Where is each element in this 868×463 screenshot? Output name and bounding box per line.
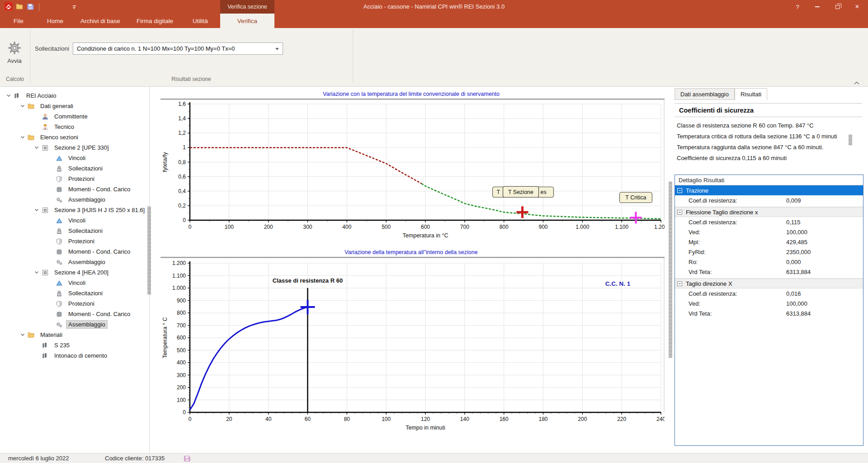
tree-item-materiali[interactable]: Materiali (0, 330, 64, 340)
tree-item-protezioni[interactable]: Protezioni (0, 174, 96, 184)
tree-item-sezione-4-hea-200[interactable]: Sezione 4 [HEA 200] (0, 267, 110, 278)
tree-item-sollecitazioni[interactable]: KGSollecitazioni (0, 288, 104, 298)
summary-line: Classe di resistenza sezione R 60 con Te… (677, 122, 862, 129)
load-condition-combobox[interactable]: Condizione di carico n. 1 N=100 Mx=100 T… (73, 43, 283, 55)
chevron-down-icon[interactable] (33, 146, 41, 149)
svg-text:0: 0 (183, 217, 186, 223)
detail-group-header[interactable]: Trazione (675, 185, 863, 195)
chevron-down-icon[interactable] (19, 136, 27, 139)
ribbon-content: Avvia Sollecitazioni Condizione di caric… (0, 28, 868, 87)
detail-row[interactable]: Vrd Teta:6313,884 (675, 308, 863, 318)
tree-item-vincoli[interactable]: Vincoli (0, 153, 87, 163)
detail-row[interactable]: Ved:100,000 (675, 298, 863, 308)
svg-text:KG: KG (58, 231, 61, 233)
tree-item-label: Momenti - Cond. Carico (66, 248, 132, 255)
open-file-icon[interactable] (15, 3, 24, 12)
collapse-minus-icon[interactable] (677, 210, 682, 215)
detail-results-box: Dettaglio Risultati TrazioneCoef.di resi… (675, 175, 863, 446)
shield-icon (55, 175, 64, 183)
help-button[interactable]: ? (788, 0, 807, 14)
detail-results-title: Dettaglio Risultati (675, 175, 863, 185)
tree-item-assemblaggio[interactable]: Assemblaggio (0, 194, 107, 205)
detail-row-value: 0,016 (786, 290, 801, 297)
status-save-icon[interactable] (184, 455, 191, 463)
tree-item-label: Protezioni (66, 300, 96, 307)
section-icon (41, 207, 50, 214)
detail-row[interactable]: Mpl:429,485 (675, 237, 863, 247)
tree-item-tecnico[interactable]: Tecnico (0, 122, 76, 132)
tree-item-protezioni[interactable]: Protezioni (0, 236, 96, 246)
ribbon-tab-home[interactable]: Home (44, 14, 66, 28)
tree-item-vincoli[interactable]: Vincoli (0, 278, 87, 288)
tree-item-label: Tecnico (52, 123, 76, 131)
tree-item-momenti-cond-carico[interactable]: Momenti - Cond. Carico (0, 309, 132, 319)
svg-text:100: 100 (225, 224, 234, 230)
tree-item-momenti-cond-carico[interactable]: Momenti - Cond. Carico (0, 246, 132, 257)
detail-row[interactable]: Ved:100,000 (675, 227, 863, 237)
load-condition-value: Condizione di carico n. 1 N=100 Mx=100 T… (77, 45, 235, 52)
tree-item-intonaco-di-cemento[interactable]: Intonaco di cemento (0, 350, 109, 361)
detail-group-header[interactable]: Taglio direzione X (675, 279, 863, 288)
combo-dropdown-arrow-icon[interactable] (275, 48, 279, 50)
restore-button[interactable] (827, 0, 847, 14)
detail-row[interactable]: Coef.di resistenza:0,016 (675, 288, 863, 298)
tree-item-assemblaggio[interactable]: Assemblaggio (0, 257, 107, 267)
detail-row[interactable]: Coef.di resistenza:0,009 (675, 195, 863, 205)
chevron-down-icon[interactable] (33, 208, 41, 212)
collapse-ribbon-icon[interactable] (854, 79, 860, 87)
detail-row[interactable]: FyRid:2350,000 (675, 247, 863, 257)
title-bar: Acciaio - cassone - Namirial CPI win® RE… (0, 0, 868, 14)
panel-grip[interactable] (849, 135, 852, 146)
detail-row[interactable]: Vrd Teta:6313,884 (675, 267, 863, 277)
results-panel-tabs: Dati assemblaggioRisultati (675, 88, 767, 100)
left-splitter-grip[interactable] (147, 207, 151, 295)
ribbon-tab-utilit-[interactable]: Utilità (190, 14, 211, 28)
results-tab-dati-assemblaggio[interactable]: Dati assemblaggio (675, 88, 735, 100)
qat-customize-icon[interactable] (71, 5, 77, 10)
collapse-minus-icon[interactable] (677, 281, 682, 286)
tree-item-dati-generali[interactable]: Dati generali (0, 101, 75, 111)
detail-row[interactable]: Coef.di resistenza:0,115 (675, 217, 863, 227)
minimize-button[interactable] (807, 0, 827, 14)
tree-item-sollecitazioni[interactable]: KGSollecitazioni (0, 226, 104, 236)
collapse-minus-icon[interactable] (677, 188, 682, 193)
tree-item-protezioni[interactable]: Protezioni (0, 298, 96, 309)
tree-item-vincoli[interactable]: Vincoli (0, 215, 87, 226)
svg-text:0,2: 0,2 (178, 203, 186, 209)
tree-item-sezione-3-hjis-h-j-is-250-x-81-6[interactable]: Sezione 3 [HJIS H J IS 250 x 81.6] (0, 205, 146, 215)
ribbon-tab-archivi-di-base[interactable]: Archivi di base (78, 14, 123, 28)
detail-group-header[interactable]: Flessione Taglio direzione x (675, 207, 863, 217)
beam-icon (41, 352, 50, 359)
svg-text:1,2: 1,2 (178, 130, 186, 136)
ribbon-tab-verifica[interactable]: Verifica (220, 14, 274, 28)
shield-icon (55, 300, 64, 307)
chevron-down-icon[interactable] (33, 271, 41, 274)
ribbon-tab-file[interactable]: File (11, 14, 26, 28)
ribbon-tab-firma-digitale[interactable]: Firma digitale (134, 14, 176, 28)
tree-item-sezione-2-upe-330[interactable]: Sezione 2 [UPE 330] (0, 142, 111, 153)
tree-item-assemblaggio[interactable]: Assemblaggio (0, 319, 107, 330)
contextual-tab-group-label: Verifica sezione (220, 0, 274, 14)
tree-item-sollecitazioni[interactable]: KGSollecitazioni (0, 163, 104, 174)
detail-row[interactable]: Ro:0,000 (675, 257, 863, 267)
tree-item-label: Protezioni (66, 175, 96, 183)
tree-item-s-235[interactable]: S 235 (0, 340, 71, 350)
close-button[interactable]: × (847, 0, 867, 14)
results-tab-risultati[interactable]: Risultati (735, 88, 767, 100)
tree-item-committente[interactable]: Committente (0, 111, 90, 122)
svg-text:1: 1 (183, 144, 186, 151)
svg-text:Classe di resistenza R 60: Classe di resistenza R 60 (273, 277, 343, 284)
barrel-icon (55, 186, 64, 193)
save-icon[interactable] (27, 3, 34, 12)
tree-item-rei-acciaio[interactable]: REI Acciaio (0, 90, 58, 101)
tree-item-elenco-sezioni[interactable]: Elenco sezioni (0, 132, 80, 142)
avvia-button[interactable]: Avvia (1, 31, 28, 74)
svg-text:T: T (496, 189, 500, 195)
tree-item-momenti-cond-carico[interactable]: Momenti - Cond. Carico (0, 184, 132, 194)
svg-text:700: 700 (460, 224, 469, 230)
chevron-down-icon[interactable] (19, 104, 27, 108)
right-splitter-grip[interactable] (669, 182, 672, 358)
chevron-down-icon[interactable] (19, 333, 27, 336)
chevron-down-icon[interactable] (5, 94, 13, 97)
detail-row-key: Vrd Teta: (675, 310, 712, 317)
